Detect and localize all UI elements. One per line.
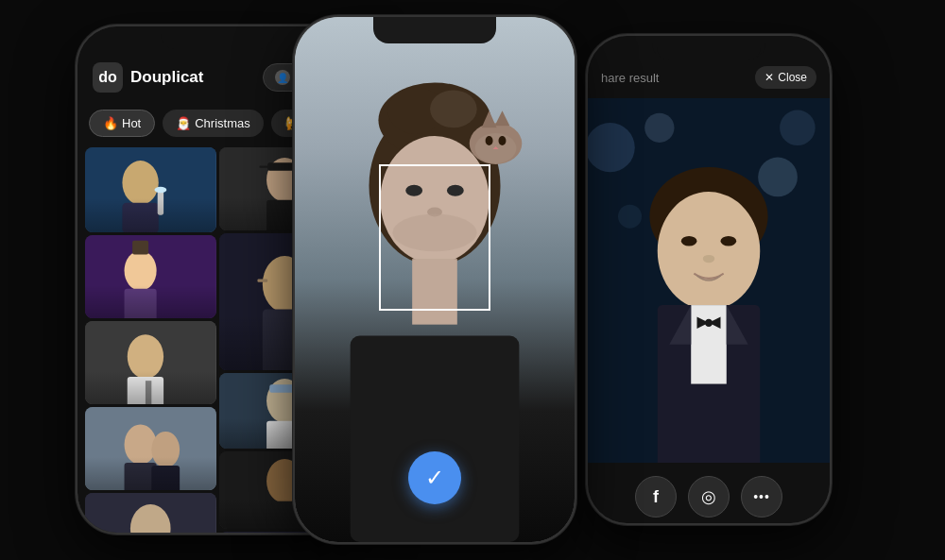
svg-rect-30 <box>257 280 267 282</box>
svg-point-71 <box>721 236 737 246</box>
logo-symbol: do <box>98 69 117 86</box>
svg-point-14 <box>125 424 157 465</box>
facebook-icon: f <box>653 487 659 507</box>
hot-label: Hot <box>122 116 141 130</box>
close-label: Close <box>778 71 807 84</box>
close-button[interactable]: ✕ Close <box>755 66 816 89</box>
close-icon: ✕ <box>765 71 774 84</box>
hot-emoji: 🔥 <box>103 116 118 130</box>
more-button[interactable]: ••• <box>741 476 782 518</box>
gallery-item-marion[interactable] <box>85 407 216 490</box>
svg-point-59 <box>486 136 493 145</box>
social-bar: f ◎ ••• <box>588 463 830 523</box>
checkmark-icon: ✓ <box>425 465 444 491</box>
svg-point-60 <box>499 136 507 145</box>
face-detection-box <box>379 164 490 312</box>
gallery-item-gatsby[interactable] <box>85 147 216 232</box>
svg-rect-74 <box>691 305 727 383</box>
svg-point-66 <box>780 110 816 146</box>
share-text: hare result <box>601 71 659 85</box>
svg-point-10 <box>128 334 163 379</box>
more-icon: ••• <box>753 489 770 504</box>
svg-rect-3 <box>158 190 163 215</box>
svg-rect-2 <box>122 203 158 232</box>
svg-rect-7 <box>132 241 148 255</box>
svg-point-47 <box>430 90 477 127</box>
profile-icon: 👤 <box>275 70 290 85</box>
svg-point-70 <box>681 236 697 246</box>
svg-rect-8 <box>125 289 157 318</box>
gallery-item-chris[interactable] <box>85 321 216 404</box>
svg-point-67 <box>618 205 642 229</box>
app-logo: do Douplicat <box>93 62 203 93</box>
phone-middle-screen: ✓ <box>295 17 575 542</box>
gallery-col-1 <box>85 147 216 533</box>
filter-tab-christmas[interactable]: 🎅 Christmas <box>163 110 264 137</box>
svg-rect-53 <box>351 336 520 542</box>
svg-point-69 <box>658 192 760 310</box>
gallery-item-willy[interactable] <box>85 235 216 318</box>
svg-point-64 <box>758 158 798 197</box>
svg-rect-11 <box>128 377 163 404</box>
svg-point-6 <box>125 250 157 291</box>
app-name: Douplicat <box>130 68 203 87</box>
svg-point-1 <box>122 161 158 205</box>
result-image <box>588 98 830 463</box>
christmas-emoji: 🎅 <box>176 116 191 130</box>
christmas-label: Christmas <box>195 116 250 130</box>
filter-tab-hot[interactable]: 🔥 Hot <box>89 110 155 137</box>
svg-point-63 <box>588 123 635 172</box>
phone-right: hare result ✕ Close <box>586 34 832 525</box>
svg-point-4 <box>155 187 167 193</box>
svg-rect-15 <box>125 463 157 490</box>
svg-point-65 <box>644 113 674 143</box>
camera-view: ✓ <box>295 17 575 542</box>
phone-middle: ✓ <box>293 15 576 544</box>
gallery-item-oldman[interactable] <box>85 493 216 533</box>
phone-right-screen: hare result ✕ Close <box>588 36 830 523</box>
svg-point-16 <box>151 432 180 467</box>
svg-rect-12 <box>146 381 151 404</box>
svg-marker-57 <box>495 110 510 126</box>
svg-point-77 <box>705 319 713 327</box>
capture-button[interactable]: ✓ <box>408 451 461 504</box>
facebook-button[interactable]: f <box>635 476 677 518</box>
logo-icon: do <box>93 62 123 93</box>
svg-rect-17 <box>151 466 180 490</box>
instagram-button[interactable]: ◎ <box>688 476 730 518</box>
svg-point-72 <box>703 255 715 263</box>
instagram-icon: ◎ <box>701 486 716 507</box>
